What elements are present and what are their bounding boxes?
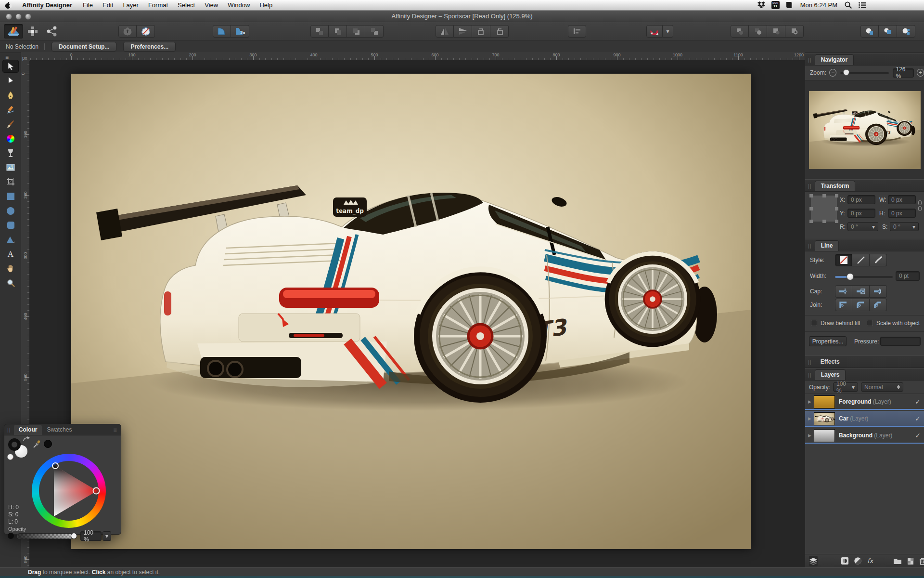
menu-file[interactable]: File [78, 0, 98, 11]
document-page[interactable]: team_dp [71, 74, 751, 549]
tool-transparency[interactable] [0, 146, 21, 160]
back-one-button[interactable] [329, 25, 347, 38]
preferences-button[interactable]: Preferences... [123, 42, 176, 52]
navigator-header[interactable]: || Navigator [805, 53, 924, 66]
view-option-guides-button[interactable] [897, 25, 915, 38]
panel-menu-icon[interactable]: ≡ [113, 426, 117, 435]
horizontal-ruler[interactable]: 0100200300400500600700800900100011001200 [30, 52, 805, 61]
insert-inside-button[interactable] [767, 25, 785, 38]
tool-zoom[interactable] [0, 276, 21, 290]
tool-view-hand[interactable] [0, 262, 21, 276]
alignment-button[interactable] [568, 25, 586, 38]
move-to-back-button[interactable] [310, 25, 329, 38]
window-zoom-button[interactable] [25, 13, 31, 20]
snapping-button[interactable] [646, 25, 663, 38]
menu-help[interactable]: Help [255, 0, 277, 11]
stroke-colour-well[interactable] [8, 438, 21, 451]
window-title-bar[interactable]: Affinity Designer – Sportscar [Read Only… [0, 11, 924, 22]
blend-mode-combo[interactable]: Normal [861, 382, 903, 392]
window-minimize-button[interactable] [15, 13, 22, 20]
x-field[interactable]: 0 px [847, 195, 875, 204]
shear-combo[interactable]: 0 °▾ [890, 222, 919, 231]
layer-row-foreground[interactable]: ▶ Foreground (Layer) ✓ [805, 394, 924, 410]
zoom-out-button[interactable]: − [829, 69, 836, 77]
w-field[interactable]: 0 px [888, 195, 916, 204]
line-width-field[interactable]: 0 pt [896, 271, 920, 281]
delete-trash-icon[interactable] [919, 557, 924, 565]
layer-opacity-combo[interactable]: 100 %▾ [833, 382, 858, 392]
layer-visibility-check[interactable]: ✓ [915, 415, 921, 422]
layers-panel-button[interactable] [809, 556, 818, 566]
zoom-value-field[interactable]: 126 % [893, 68, 914, 78]
disclosure-icon[interactable]: ▶ [808, 433, 811, 438]
tool-place-image[interactable] [0, 160, 21, 174]
mask-layer-icon[interactable] [841, 557, 849, 565]
layer-row-car-selected[interactable]: ▶ Car (Layer) ✓ [805, 411, 924, 427]
butt-cap-button[interactable] [835, 285, 852, 298]
document-setup-button[interactable]: Document Setup... [51, 42, 116, 52]
tool-pencil[interactable] [0, 103, 21, 117]
tool-rounded-rectangle[interactable] [0, 218, 21, 232]
zoom-slider-handle[interactable] [843, 69, 849, 76]
menu-clock[interactable]: Mon 6:24 PM [800, 1, 837, 9]
view-option-curves-button[interactable] [860, 25, 879, 38]
tool-move[interactable] [0, 59, 21, 73]
pixel-preview-2x-button[interactable]: 2x [231, 25, 249, 38]
snapping-dropdown-button[interactable]: ▾ [663, 25, 673, 38]
effects-header[interactable]: || Effects [805, 355, 924, 368]
tool-pen[interactable] [0, 88, 21, 102]
tool-brush[interactable] [0, 117, 21, 131]
layer-visibility-check[interactable]: ✓ [915, 398, 921, 406]
opacity-slider-handle[interactable] [71, 533, 77, 539]
miter-join-button[interactable] [835, 299, 852, 311]
view-option-nodes-button[interactable] [879, 25, 897, 38]
tool-rectangle[interactable] [0, 189, 21, 203]
line-style-solid-button[interactable] [852, 254, 870, 266]
menu-view[interactable]: View [200, 0, 223, 11]
layer-visibility-check[interactable]: ✓ [915, 432, 921, 439]
menu-layer[interactable]: Layer [118, 0, 143, 11]
splat-disabled-button[interactable] [137, 25, 155, 38]
navigator-preview[interactable] [805, 80, 924, 179]
rotate-clockwise-button[interactable] [490, 25, 509, 38]
round-cap-button[interactable] [870, 285, 887, 298]
splat-export-button[interactable] [118, 25, 137, 38]
insert-on-top-button[interactable] [749, 25, 767, 38]
y-field[interactable]: 0 px [847, 209, 875, 218]
line-header[interactable]: || Line [805, 239, 924, 251]
book-menu-icon[interactable] [785, 1, 794, 9]
round-join-button[interactable] [852, 299, 870, 311]
tool-ellipse[interactable] [0, 204, 21, 218]
zoom-slider[interactable] [840, 72, 888, 74]
line-properties-button[interactable]: Properties... [809, 336, 847, 346]
insert-behind-button[interactable] [731, 25, 749, 38]
tab-navigator[interactable]: Navigator [815, 54, 854, 65]
calendar-menu-icon[interactable]: MON 11 [771, 1, 780, 9]
forward-one-button[interactable] [347, 25, 365, 38]
h-field[interactable]: 0 px [888, 209, 916, 218]
dropbox-menu-icon[interactable] [757, 1, 766, 9]
tool-vector-crop[interactable] [0, 175, 21, 189]
swap-colours-icon[interactable] [23, 436, 30, 443]
draw-persona-button[interactable] [4, 24, 23, 39]
line-width-slider[interactable] [835, 276, 893, 278]
line-style-none-button[interactable] [835, 254, 852, 266]
adjustment-layer-icon[interactable] [854, 557, 862, 565]
opacity-slider[interactable] [17, 533, 74, 539]
anchor-point-selector[interactable] [811, 196, 837, 222]
layer-row-background[interactable]: ▶ Background (Layer) ✓ [805, 428, 924, 444]
line-width-slider-handle[interactable] [847, 273, 854, 280]
layers-header[interactable]: || Layers [805, 368, 924, 381]
window-close-button[interactable] [6, 13, 12, 20]
pixel-persona-button[interactable] [23, 24, 42, 39]
hsl-triangle[interactable] [32, 454, 106, 528]
tab-colour[interactable]: Colour [14, 425, 42, 435]
tab-swatches[interactable]: Swatches [42, 425, 77, 435]
vector-view-button[interactable] [213, 25, 231, 38]
scale-with-object-checkbox[interactable] [867, 320, 873, 326]
disclosure-icon[interactable]: ▶ [808, 416, 811, 421]
draw-behind-fill-checkbox[interactable] [811, 320, 817, 326]
opacity-value-field[interactable]: 100 % [80, 531, 102, 541]
menu-window[interactable]: Window [223, 0, 255, 11]
notification-center-menu-icon[interactable] [858, 1, 866, 9]
